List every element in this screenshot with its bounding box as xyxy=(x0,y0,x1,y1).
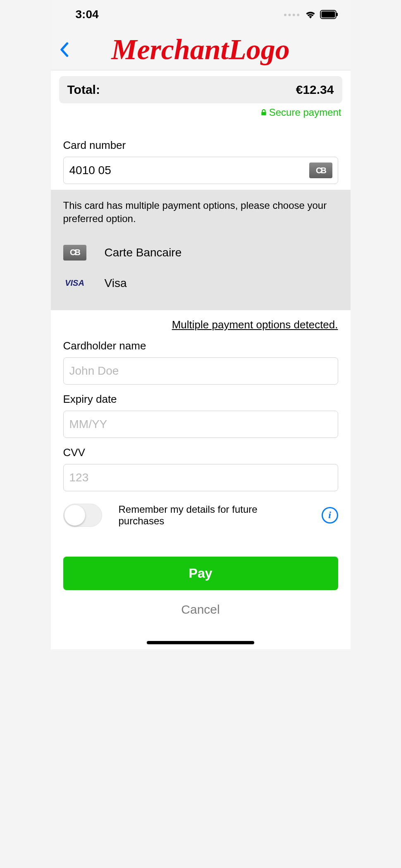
info-icon[interactable]: i xyxy=(322,507,338,524)
remember-toggle[interactable] xyxy=(63,504,102,527)
expiry-date-label: Expiry date xyxy=(63,393,338,406)
cancel-button[interactable]: Cancel xyxy=(63,590,338,629)
card-brand-badge: CB xyxy=(309,163,332,178)
secure-payment-text: Secure payment xyxy=(269,107,341,118)
card-number-label: Card number xyxy=(63,139,338,152)
pay-button[interactable]: Pay xyxy=(63,557,338,590)
status-time: 3:04 xyxy=(76,8,99,21)
payment-option-label: Visa xyxy=(105,277,127,290)
svg-rect-2 xyxy=(337,13,338,16)
expiry-date-input[interactable] xyxy=(63,411,338,438)
payment-option-label: Carte Bancaire xyxy=(105,246,182,259)
battery-icon xyxy=(320,10,338,19)
total-amount: €12.34 xyxy=(296,83,334,97)
cb-icon: CB xyxy=(63,245,86,261)
payment-options-message: This card has multiple payment options, … xyxy=(63,199,338,226)
cardholder-name-input[interactable] xyxy=(63,357,338,385)
cvv-input[interactable] xyxy=(63,464,338,491)
payment-options-panel: This card has multiple payment options, … xyxy=(51,190,351,310)
home-indicator xyxy=(147,641,254,644)
cardholder-name-label: Cardholder name xyxy=(63,340,338,352)
total-label: Total: xyxy=(67,83,100,97)
multiple-options-detected-link[interactable]: Multiple payment options detected. xyxy=(63,318,338,331)
cvv-label: CVV xyxy=(63,446,338,459)
card-number-input[interactable] xyxy=(63,157,338,184)
payment-option-carte-bancaire[interactable]: CB Carte Bancaire xyxy=(63,237,338,268)
svg-rect-3 xyxy=(261,112,266,115)
remember-label: Remember my details for future purchases xyxy=(119,504,305,527)
header: MerchantLogo xyxy=(51,29,351,70)
cb-icon: CB xyxy=(316,166,325,175)
phone-frame: 3:04 ●●●● MerchantLogo Total: €12.34 Sec… xyxy=(51,0,351,649)
svg-rect-1 xyxy=(321,12,335,18)
toggle-knob xyxy=(64,505,85,526)
secure-payment-indicator: Secure payment xyxy=(51,103,351,118)
lock-icon xyxy=(261,109,267,116)
chevron-left-icon xyxy=(60,42,69,57)
merchant-logo: MerchantLogo xyxy=(111,35,290,64)
status-bar: 3:04 ●●●● xyxy=(51,0,351,29)
payment-option-visa[interactable]: VISA Visa xyxy=(63,268,338,299)
visa-icon: VISA xyxy=(63,275,86,291)
cellular-dots-icon: ●●●● xyxy=(284,11,301,18)
total-row: Total: €12.34 xyxy=(59,76,342,103)
wifi-icon xyxy=(305,10,316,19)
back-button[interactable] xyxy=(56,41,72,58)
